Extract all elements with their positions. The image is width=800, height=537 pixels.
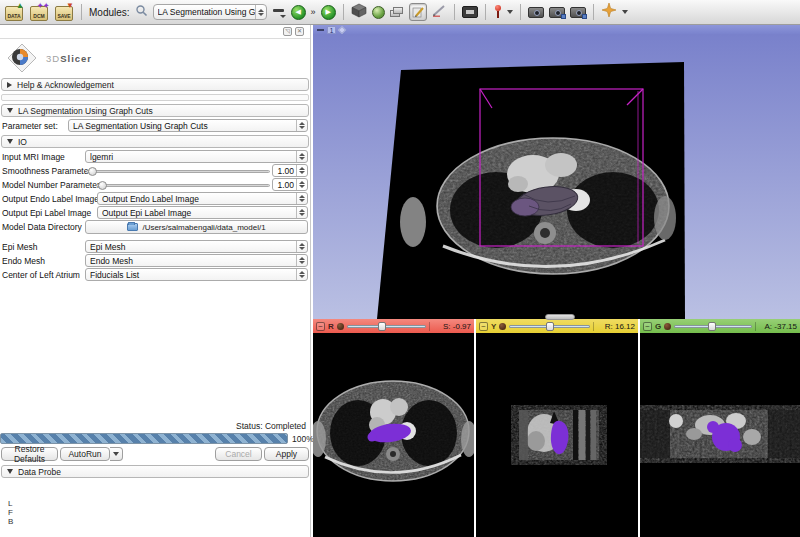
model-number-slider[interactable]: [96, 184, 270, 187]
data-probe-header[interactable]: Data Probe: [1, 465, 309, 478]
threed-view[interactable]: [313, 34, 800, 319]
collapse-icon[interactable]: −: [316, 322, 325, 331]
endo-mesh-label: Endo Mesh: [2, 254, 45, 268]
save-data-button[interactable]: ▼ SAVE: [54, 3, 74, 22]
smoothness-row: Smoothness Parameter 1.00: [0, 164, 310, 178]
screenshot-camera-icon[interactable]: [528, 7, 544, 18]
slice-menu-icon[interactable]: [499, 323, 506, 330]
slice-view-letter: G: [655, 322, 661, 331]
model-dir-button[interactable]: /Users/salmabengali/data_model/1: [85, 220, 308, 234]
module-section-header[interactable]: LA Segmentation Using Graph Cuts: [1, 104, 309, 117]
combo-arrows-icon: [296, 151, 307, 162]
close-panel-icon[interactable]: ✕: [295, 27, 304, 36]
epi-mesh-combobox[interactable]: Epi Mesh: [85, 240, 308, 253]
layer-label-f: F: [8, 508, 13, 517]
slice-layers-icon[interactable]: [390, 6, 404, 18]
yellow-slice-view[interactable]: [476, 333, 638, 537]
axial-mri-image: [313, 333, 474, 537]
markups-sphere-icon[interactable]: [372, 6, 385, 19]
module-header-label: LA Segmentation Using Graph Cuts: [18, 106, 153, 116]
epi-mesh-row: Epi Mesh Epi Mesh: [0, 240, 310, 254]
save-data-label: SAVE: [54, 13, 74, 19]
slicer-logo-text: 3DSlicer: [46, 53, 92, 64]
model-number-value: 1.00: [273, 180, 296, 190]
smoothness-spinbox[interactable]: 1.00: [272, 164, 308, 177]
parameter-set-combobox[interactable]: LA Segmentation Using Graph Cuts: [68, 119, 308, 132]
expanded-arrow-icon: [7, 139, 13, 144]
extensions-sparkle-icon[interactable]: [601, 2, 617, 22]
smoothness-slider[interactable]: [86, 170, 270, 173]
parameter-set-value: LA Segmentation Using Graph Cuts: [73, 121, 296, 131]
yellow-slice-offset-slider[interactable]: [509, 322, 590, 331]
scene-view-restore-icon[interactable]: [570, 7, 586, 18]
combo-arrows-icon: [296, 120, 307, 131]
help-header-label: Help & Acknowledgement: [17, 80, 114, 90]
model-number-row: Model Number Parameter 1.00: [0, 178, 310, 192]
input-mri-value: lgemri: [90, 152, 296, 162]
modules-label: Modules:: [89, 7, 130, 18]
modules-combobox[interactable]: LA Segmentation Using Graph Cuts: [153, 4, 267, 20]
spin-arrows-icon: [296, 179, 307, 190]
load-dicom-button[interactable]: ✦✦ DCM: [29, 3, 49, 22]
combo-arrows-icon: [296, 207, 307, 218]
output-endo-value: Output Endo Label Image: [102, 194, 296, 204]
measurement-pencil-icon[interactable]: [432, 3, 447, 21]
load-data-button[interactable]: ▲ DATA: [4, 3, 24, 22]
center-la-combobox[interactable]: Fiducials List: [85, 268, 308, 281]
combo-arrows-icon: [296, 193, 307, 204]
output-endo-combobox[interactable]: Output Endo Label Image: [97, 192, 308, 205]
module-search-icon[interactable]: [135, 3, 148, 21]
collapse-icon[interactable]: −: [479, 322, 488, 331]
restore-defaults-button[interactable]: Restore Defaults: [1, 447, 58, 461]
help-acknowledgement-header[interactable]: Help & Acknowledgement: [1, 78, 309, 91]
module-history-icon[interactable]: [272, 5, 286, 19]
status-label: Status: Completed: [236, 421, 306, 431]
pin-diamond-icon[interactable]: [338, 25, 346, 33]
progress-bar: [0, 433, 288, 444]
pin-dropdown-caret-icon[interactable]: [507, 10, 513, 14]
autorun-button[interactable]: AutoRun: [60, 447, 110, 461]
modules-selected-value: LA Segmentation Using Graph Cuts: [158, 7, 255, 17]
endo-mesh-combobox[interactable]: Endo Mesh: [85, 254, 308, 267]
combo-arrows-icon: [296, 269, 307, 280]
threed-view-controller-bar[interactable]: 1: [313, 25, 800, 34]
green-slice-offset-slider[interactable]: [674, 322, 752, 331]
autorun-dropdown-button[interactable]: [110, 447, 123, 461]
forward-button[interactable]: ▶: [321, 5, 336, 20]
slicer-logo: 3DSlicer: [5, 42, 92, 74]
scene-view-save-icon[interactable]: [549, 7, 565, 18]
slice-menu-icon[interactable]: [337, 323, 344, 330]
slice-menu-icon[interactable]: [664, 323, 671, 330]
red-slice-offset-slider[interactable]: [347, 322, 426, 331]
apply-button[interactable]: Apply: [264, 447, 309, 461]
layout-cube-icon[interactable]: [351, 3, 367, 22]
input-mri-label: Input MRI Image: [2, 150, 65, 164]
collapse-icon[interactable]: [317, 29, 324, 31]
red-slice-view[interactable]: [313, 333, 474, 537]
screen-capture-icon[interactable]: [462, 6, 478, 18]
model-number-spinbox[interactable]: 1.00: [272, 178, 308, 191]
annotation-pencil-button[interactable]: [409, 3, 427, 21]
panel-titlebar: ◹ ✕: [0, 25, 310, 39]
splitter-handle[interactable]: [545, 314, 575, 320]
toolbar-separator: [520, 4, 521, 20]
epi-mesh-value: Epi Mesh: [90, 242, 296, 252]
io-section-header[interactable]: IO: [1, 135, 309, 148]
toolbar-separator: [454, 4, 455, 20]
view-layout-area: 1: [313, 25, 800, 537]
cancel-button[interactable]: Cancel: [215, 447, 262, 461]
load-data-label: DATA: [4, 13, 24, 19]
collapse-icon[interactable]: −: [643, 322, 652, 331]
crosshair-pin-icon[interactable]: [493, 5, 502, 19]
input-mri-combobox[interactable]: lgemri: [85, 150, 308, 163]
toolbar-separator: [343, 4, 344, 20]
folder-icon: [127, 223, 138, 231]
threed-view-badge: 1: [327, 26, 336, 34]
epi-mesh-label: Epi Mesh: [2, 240, 37, 254]
output-epi-combobox[interactable]: Output Epi Label Image: [97, 206, 308, 219]
undock-panel-icon[interactable]: ◹: [283, 27, 292, 36]
green-slice-view[interactable]: [640, 333, 800, 537]
extensions-dropdown-caret-icon[interactable]: [622, 10, 628, 14]
back-button[interactable]: ◀: [291, 5, 306, 20]
yellow-slice-offset-value: R: 16.12: [593, 322, 635, 331]
